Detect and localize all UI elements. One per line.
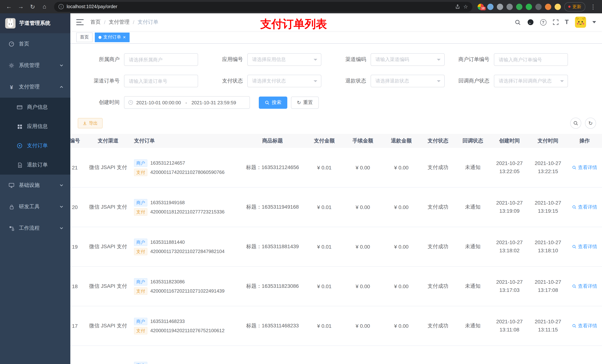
sidebar-item-pay-order[interactable]: 支付订单: [0, 136, 70, 155]
sidebar-item-refund-order[interactable]: 退款订单: [0, 155, 70, 175]
view-details-link[interactable]: 查看详情: [572, 204, 597, 210]
hamburger-icon[interactable]: [76, 19, 84, 25]
extension-icon[interactable]: [516, 3, 522, 10]
update-dot-icon: [568, 6, 570, 8]
breadcrumb: 首页 / 支付管理 / 支付订单: [90, 19, 159, 26]
refresh-icon: ↻: [297, 100, 301, 105]
extension-icon[interactable]: [545, 3, 551, 10]
table-row: 17 微信 JSAPI 支付 商户1635311468233 支付4200001…: [70, 306, 602, 346]
view-details-link[interactable]: 查看详情: [572, 164, 597, 171]
app-id-select[interactable]: 请选择应用信息: [247, 53, 321, 66]
sidebar-item-pay-management[interactable]: ¥ 支付管理: [0, 76, 70, 98]
avatar[interactable]: [575, 17, 586, 28]
monitor-icon: [8, 182, 15, 188]
notify-status-filter-label: 回调商户状态: [448, 78, 494, 84]
bookmark-star-icon[interactable]: ☆: [463, 4, 468, 10]
refresh-table-button[interactable]: ↻: [585, 118, 596, 129]
site-info-icon[interactable]: i: [58, 4, 64, 9]
date-start-value[interactable]: 2021-10-01 00:00:00: [136, 100, 181, 105]
view-details-link[interactable]: 查看详情: [572, 322, 597, 329]
github-icon[interactable]: [527, 19, 534, 26]
reset-button[interactable]: ↻ 重置: [291, 96, 319, 109]
sidebar-item-dev-tools[interactable]: 研发工具: [0, 196, 70, 218]
table-tools: ↻: [570, 118, 596, 129]
extension-icon[interactable]: [535, 3, 542, 10]
merchant-order-no-input[interactable]: [494, 53, 568, 66]
sidebar-item-home[interactable]: 首页: [0, 33, 70, 55]
merchant-tag: 商户: [134, 199, 147, 206]
table-row: 商户1635311517786: [70, 346, 602, 364]
share-icon[interactable]: [455, 4, 460, 9]
extension-icon[interactable]: [497, 3, 503, 10]
breadcrumb-home[interactable]: 首页: [90, 19, 101, 26]
create-time-range-picker[interactable]: 2021-10-01 00:00:00 - 2021-10-31 23:59:5…: [124, 96, 250, 109]
chevron-down-icon: [59, 63, 64, 68]
sidebar-item-merchant-info[interactable]: 商户信息: [0, 98, 70, 117]
avatar-caret-icon[interactable]: [592, 21, 596, 23]
chevron-down-icon: [560, 80, 564, 82]
chevron-down-icon: [437, 80, 441, 82]
channel-code-select[interactable]: 请输入渠道编码: [371, 53, 445, 66]
extension-icon[interactable]: [487, 3, 494, 10]
merchant-tag: 商户: [134, 278, 147, 285]
extension-icon[interactable]: [555, 3, 561, 10]
chevron-down-icon: [59, 205, 64, 209]
address-bar[interactable]: i localhost:1024/pay/order ☆: [54, 2, 473, 12]
navbar-actions: ? T: [515, 17, 596, 28]
clock-icon: [128, 100, 133, 105]
export-button[interactable]: 导出: [78, 118, 103, 128]
pay-tag: 支付: [134, 248, 147, 255]
tab-home[interactable]: 首页: [76, 32, 93, 42]
active-dot-icon: [98, 36, 101, 39]
pay-status-select[interactable]: 请选择支付状态: [247, 75, 321, 87]
help-icon[interactable]: ?: [540, 19, 546, 25]
sidebar-item-app-info[interactable]: 应用信息: [0, 117, 70, 136]
page-content: 所属商户 应用编号 请选择应用信息 渠道编码 请输入渠道编码: [70, 44, 602, 364]
merchant-filter-label: 所属商户: [78, 56, 124, 63]
view-details-link[interactable]: 查看详情: [572, 243, 597, 250]
pay-tag: 支付: [134, 327, 147, 334]
table-header-row: 编号 支付渠道 支付订单 商品标题 支付金额 手续金额 退款金额 支付状态 回调…: [70, 134, 602, 148]
table-row: 18 微信 JSAPI 支付 商户1635311823086 支付4200001…: [70, 267, 602, 306]
channel-order-no-input[interactable]: [124, 75, 198, 87]
date-end-value[interactable]: 2021-10-31 23:59:59: [191, 100, 236, 105]
merchant-tag: 商户: [134, 159, 147, 167]
lock-icon: [8, 204, 15, 210]
top-navbar: 首页 / 支付管理 / 支付订单 支付订单列表 ?: [70, 13, 602, 31]
tab-pay-order[interactable]: 支付订单 ×: [95, 32, 129, 42]
app-logo[interactable]: 芋道管理系统: [0, 13, 70, 33]
app-title: 芋道管理系统: [19, 20, 50, 27]
breadcrumb-pay-management[interactable]: 支付管理: [109, 19, 129, 26]
sidebar-item-infrastructure[interactable]: 基础设施: [0, 175, 70, 196]
table-toolbar: 导出 ↻: [78, 118, 596, 129]
orders-table: 编号 支付渠道 支付订单 商品标题 支付金额 手续金额 退款金额 支付状态 回调…: [70, 134, 602, 364]
extension-icon[interactable]: 10: [478, 3, 484, 10]
notify-status-select[interactable]: 请选择订单回调商户状态: [494, 75, 568, 87]
browser-menu-icon[interactable]: ⋮: [589, 2, 598, 11]
font-size-icon[interactable]: T: [565, 19, 569, 26]
sidebar-item-workflow[interactable]: 工作流程: [0, 218, 70, 239]
url-text[interactable]: localhost:1024/pay/order: [67, 4, 452, 9]
extension-icon[interactable]: [506, 3, 513, 10]
browser-update-button[interactable]: 更新: [564, 2, 585, 11]
breadcrumb-pay-order: 支付订单: [138, 19, 159, 26]
view-details-link[interactable]: 查看详情: [572, 283, 597, 290]
back-icon[interactable]: ←: [4, 2, 13, 11]
filter-row-1: 所属商户 应用编号 请选择应用信息 渠道编码 请输入渠道编码: [78, 53, 602, 66]
forward-icon[interactable]: →: [16, 2, 25, 11]
search-button[interactable]: 搜索: [259, 96, 287, 109]
reload-icon[interactable]: ↻: [28, 2, 37, 11]
extension-icon[interactable]: [526, 3, 532, 10]
gear-icon: [8, 62, 15, 68]
merchant-filter-input[interactable]: [124, 53, 198, 66]
home-icon[interactable]: ⌂: [40, 2, 49, 11]
target-icon: [16, 143, 23, 149]
show-search-toggle-button[interactable]: [570, 118, 581, 129]
close-icon[interactable]: ×: [123, 35, 126, 40]
search-icon[interactable]: [515, 19, 521, 25]
fullscreen-icon[interactable]: [553, 19, 559, 25]
refund-status-select[interactable]: 请选择退款状态: [371, 75, 445, 87]
chevron-down-icon: [314, 80, 317, 82]
sidebar-item-system[interactable]: 系统管理: [0, 55, 70, 76]
table-row: 19 微信 JSAPI 支付 商户1635311881440 支付4200001…: [70, 227, 602, 267]
